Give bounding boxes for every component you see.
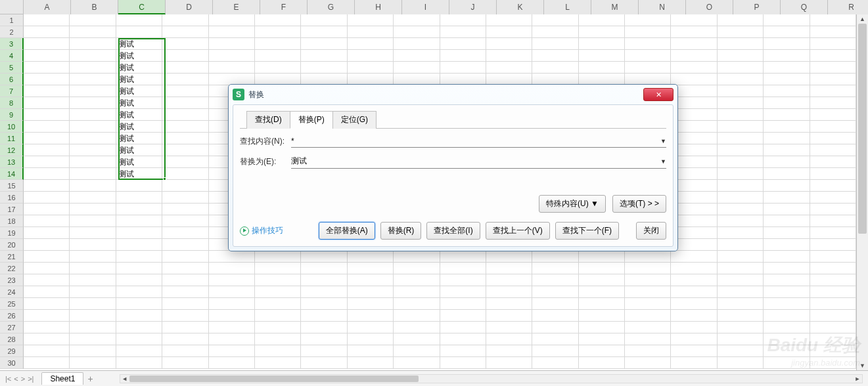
cell-M25[interactable] (579, 298, 625, 310)
cell-D11[interactable] (162, 133, 208, 144)
cell-N30[interactable] (625, 357, 671, 369)
cell-B14[interactable] (70, 168, 116, 180)
cell-K2[interactable] (486, 26, 532, 38)
row-header-28[interactable]: 28 (0, 333, 24, 345)
cell-F1[interactable] (255, 14, 301, 26)
cell-Q27[interactable] (764, 322, 810, 333)
row-header-26[interactable]: 26 (0, 310, 24, 322)
cell-P3[interactable] (718, 38, 764, 50)
cell-A8[interactable] (24, 97, 70, 109)
row-header-11[interactable]: 11 (0, 133, 24, 144)
row-header-22[interactable]: 22 (0, 263, 24, 274)
cell-Q6[interactable] (764, 74, 810, 85)
row-header-5[interactable]: 5 (0, 62, 24, 74)
close-icon[interactable]: ✕ (643, 88, 674, 101)
cell-E29[interactable] (209, 345, 255, 357)
cell-P17[interactable] (718, 204, 764, 215)
cell-D12[interactable] (162, 144, 208, 156)
cell-G29[interactable] (301, 345, 347, 357)
cell-A1[interactable] (24, 14, 70, 26)
cell-C19[interactable] (116, 227, 162, 239)
cell-L23[interactable] (532, 274, 578, 286)
row-header-8[interactable]: 8 (0, 97, 24, 109)
cell-Q1[interactable] (764, 14, 810, 26)
cell-I25[interactable] (394, 298, 440, 310)
cell-M22[interactable] (579, 263, 625, 274)
col-header-P[interactable]: P (733, 0, 781, 14)
find-next-button[interactable]: 查找下一个(F) (555, 222, 619, 240)
cell-E5[interactable] (209, 62, 255, 74)
cell-B17[interactable] (70, 204, 116, 215)
cell-I2[interactable] (394, 26, 440, 38)
cell-O19[interactable] (671, 227, 717, 239)
cell-F29[interactable] (255, 345, 301, 357)
cell-J4[interactable] (440, 50, 486, 62)
row-header-25[interactable]: 25 (0, 298, 24, 310)
cell-Q5[interactable] (764, 62, 810, 74)
cell-P30[interactable] (718, 357, 764, 369)
cell-Q22[interactable] (764, 263, 810, 274)
row-header-13[interactable]: 13 (0, 156, 24, 168)
cell-L1[interactable] (532, 14, 578, 26)
cell-A28[interactable] (24, 333, 70, 345)
cell-M30[interactable] (579, 357, 625, 369)
cell-R10[interactable] (810, 121, 856, 133)
cell-H24[interactable] (348, 286, 394, 298)
cell-I1[interactable] (394, 14, 440, 26)
cell-C9[interactable]: 测试 (116, 109, 162, 121)
cell-D4[interactable] (162, 50, 208, 62)
cell-K28[interactable] (486, 333, 532, 345)
cell-Q14[interactable] (764, 168, 810, 180)
cell-A24[interactable] (24, 286, 70, 298)
cell-F26[interactable] (255, 310, 301, 322)
row-header-12[interactable]: 12 (0, 144, 24, 156)
row-header-18[interactable]: 18 (0, 215, 24, 227)
cell-Q13[interactable] (764, 156, 810, 168)
cell-R5[interactable] (810, 62, 856, 74)
vertical-scrollbar[interactable]: ▲ ▼ (856, 14, 868, 370)
cell-R26[interactable] (810, 310, 856, 322)
cell-N25[interactable] (625, 298, 671, 310)
find-prev-button[interactable]: 查找上一个(V) (486, 222, 550, 240)
cell-P12[interactable] (718, 144, 764, 156)
cell-D23[interactable] (162, 274, 208, 286)
cell-A3[interactable] (24, 38, 70, 50)
cell-R18[interactable] (810, 215, 856, 227)
cell-B2[interactable] (70, 26, 116, 38)
col-header-A[interactable]: A (24, 0, 71, 14)
cell-B24[interactable] (70, 286, 116, 298)
cell-L30[interactable] (532, 357, 578, 369)
cell-R30[interactable] (810, 357, 856, 369)
cell-K23[interactable] (486, 274, 532, 286)
cell-M28[interactable] (579, 333, 625, 345)
cell-D26[interactable] (162, 310, 208, 322)
cell-P7[interactable] (718, 85, 764, 97)
cell-A21[interactable] (24, 251, 70, 263)
cell-Q2[interactable] (764, 26, 810, 38)
cell-K3[interactable] (486, 38, 532, 50)
cell-N23[interactable] (625, 274, 671, 286)
cell-P4[interactable] (718, 50, 764, 62)
cell-E3[interactable] (209, 38, 255, 50)
cell-B22[interactable] (70, 263, 116, 274)
cell-K30[interactable] (486, 357, 532, 369)
cell-B27[interactable] (70, 322, 116, 333)
cell-Q24[interactable] (764, 286, 810, 298)
special-content-button[interactable]: 特殊内容(U) ▼ (539, 195, 606, 213)
cell-H30[interactable] (348, 357, 394, 369)
cell-H23[interactable] (348, 274, 394, 286)
cell-E24[interactable] (209, 286, 255, 298)
cell-H3[interactable] (348, 38, 394, 50)
cell-K4[interactable] (486, 50, 532, 62)
cell-B7[interactable] (70, 85, 116, 97)
cell-L21[interactable] (532, 251, 578, 263)
cell-O1[interactable] (671, 14, 717, 26)
cell-G22[interactable] (301, 263, 347, 274)
cell-H2[interactable] (348, 26, 394, 38)
cell-Q25[interactable] (764, 298, 810, 310)
cell-R27[interactable] (810, 322, 856, 333)
cell-G1[interactable] (301, 14, 347, 26)
cell-D6[interactable] (162, 74, 208, 85)
cell-A5[interactable] (24, 62, 70, 74)
row-header-10[interactable]: 10 (0, 121, 24, 133)
